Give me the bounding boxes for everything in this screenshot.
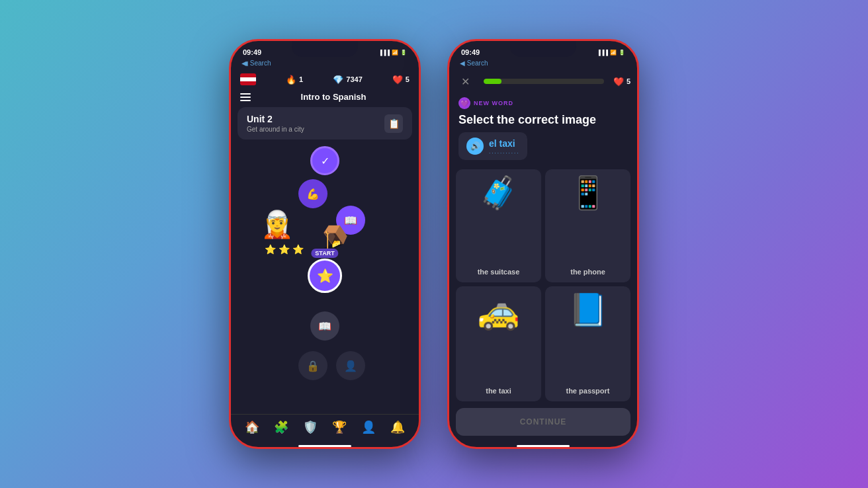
gem-icon: 💎 bbox=[333, 75, 343, 85]
close-button[interactable]: ✕ bbox=[456, 72, 474, 91]
unit-title: Unit 2 bbox=[247, 114, 304, 124]
phone-label: the phone bbox=[570, 268, 605, 276]
hearts-stat-right: ❤️ 5 bbox=[613, 77, 630, 87]
image-card-passport[interactable]: 📘 the passport bbox=[545, 286, 630, 402]
left-screen: 09:49 ▐▐▐ 📶 🔋 ◀ ◀ Search 🔥 1 💎 7347 bbox=[231, 41, 419, 447]
node-locked-book: 📖 bbox=[310, 311, 339, 341]
nav-bar-left: Intro to Spanish bbox=[231, 89, 419, 107]
notch-right bbox=[510, 41, 576, 57]
image-grid: 🧳 the suitcase 📱 the phone 🚕 the taxi 📘 … bbox=[449, 165, 637, 405]
node-start[interactable]: START ⭐ bbox=[308, 259, 342, 293]
bottom-nav-left: 🏠 🧩 🛡️ 🏆 👤 🔔 bbox=[231, 414, 419, 442]
star-3: ⭐ bbox=[292, 244, 304, 255]
word-content: el taxi ........... bbox=[489, 138, 519, 155]
new-word-text: NEW WORD bbox=[474, 100, 513, 106]
image-card-taxi[interactable]: 🚕 the taxi bbox=[456, 286, 541, 402]
nav-puzzle[interactable]: 🧩 bbox=[274, 420, 288, 434]
streak-stat: 🔥 1 bbox=[286, 75, 303, 85]
stars: ⭐ ⭐ ⭐ bbox=[265, 244, 304, 255]
right-phone: 09:49 ▐▐▐ 📶 🔋 ◀ Search ✕ ❤️ 5 💜 bbox=[447, 39, 639, 449]
time-right: 09:49 bbox=[461, 48, 480, 56]
search-label-left: ◀ Search bbox=[243, 60, 271, 67]
back-search-right[interactable]: ◀ Search bbox=[449, 60, 637, 69]
hearts-stat-left: ❤️ 5 bbox=[392, 75, 410, 85]
heart-icon-left: ❤️ bbox=[392, 75, 403, 85]
nav-trophy[interactable]: 🏆 bbox=[332, 420, 347, 434]
word-card: 🔊 el taxi ........... bbox=[458, 132, 527, 160]
speaker-button[interactable]: 🔊 bbox=[466, 138, 484, 155]
new-word-icon: 💜 bbox=[458, 97, 470, 109]
unit-subtitle: Get around in a city bbox=[247, 126, 304, 133]
nav-bell[interactable]: 🔔 bbox=[390, 420, 405, 434]
path-area: ✓ 💪 📖 🧝 ⭐ ⭐ ⭐ 🪤 START ⭐ 📖 🔒 bbox=[231, 140, 419, 414]
nav-profile[interactable]: 👤 bbox=[361, 420, 376, 434]
phone-emoji: 📱 bbox=[568, 177, 608, 209]
wifi-icon: 📶 bbox=[392, 50, 398, 56]
signal-icon-right: ▐▐▐ bbox=[597, 50, 608, 56]
taxi-label: the taxi bbox=[486, 387, 511, 395]
gems-value: 7347 bbox=[346, 75, 362, 83]
star-2: ⭐ bbox=[279, 244, 290, 255]
image-card-suitcase[interactable]: 🧳 the suitcase bbox=[456, 169, 541, 282]
suitcase-label: the suitcase bbox=[478, 268, 520, 276]
right-top-bar: ✕ ❤️ 5 bbox=[449, 69, 637, 93]
nav-title-left: Intro to Spanish bbox=[257, 92, 410, 102]
word-display: el taxi bbox=[489, 138, 519, 149]
top-bar-left: 🔥 1 💎 7347 ❤️ 5 bbox=[231, 69, 419, 89]
notch bbox=[292, 41, 358, 57]
fire-icon: 🔥 bbox=[286, 75, 296, 85]
streak-value: 1 bbox=[299, 75, 303, 83]
node-dumbbell[interactable]: 💪 bbox=[298, 179, 327, 208]
start-label: START bbox=[311, 249, 338, 258]
home-indicator-right bbox=[517, 445, 570, 447]
battery-icon: 🔋 bbox=[400, 50, 407, 56]
suitcase-emoji: 🧳 bbox=[479, 177, 519, 209]
question-title: Select the correct image bbox=[458, 113, 628, 127]
progress-bar-fill bbox=[484, 79, 501, 84]
passport-label: the passport bbox=[566, 387, 609, 395]
taxi-emoji: 🚕 bbox=[477, 294, 520, 329]
nav-home[interactable]: 🏠 bbox=[245, 420, 259, 434]
node-locked-2: 👤 bbox=[336, 351, 365, 380]
star-1: ⭐ bbox=[265, 244, 276, 255]
continue-button[interactable]: CONTINUE bbox=[456, 408, 630, 436]
flag-icon bbox=[240, 73, 256, 85]
hearts-value-left: 5 bbox=[406, 75, 410, 83]
passport-emoji: 📘 bbox=[568, 294, 608, 326]
status-icons-right: ▐▐▐ 📶 🔋 bbox=[597, 50, 625, 56]
new-word-badge: 💜 NEW WORD bbox=[458, 97, 628, 109]
node-done-1[interactable]: ✓ bbox=[310, 146, 339, 175]
left-phone: 09:49 ▐▐▐ 📶 🔋 ◀ ◀ Search 🔥 1 💎 7347 bbox=[229, 39, 421, 449]
unit-header: Unit 2 Get around in a city 📋 bbox=[238, 107, 412, 140]
hearts-value-right: 5 bbox=[627, 77, 630, 85]
unit-info: Unit 2 Get around in a city bbox=[247, 114, 304, 133]
continue-label: CONTINUE bbox=[520, 417, 567, 427]
question-header: 💜 NEW WORD Select the correct image 🔊 el… bbox=[449, 93, 637, 165]
heart-icon-right: ❤️ bbox=[613, 77, 624, 87]
right-screen: 09:49 ▐▐▐ 📶 🔋 ◀ Search ✕ ❤️ 5 💜 bbox=[449, 41, 637, 447]
node-locked-1: 🔒 bbox=[298, 351, 327, 380]
home-indicator-left bbox=[298, 445, 351, 447]
time-left: 09:49 bbox=[243, 48, 261, 56]
unit-icon[interactable]: 📋 bbox=[384, 114, 403, 133]
back-search-left[interactable]: ◀ ◀ Search bbox=[231, 60, 419, 69]
hamburger-icon[interactable] bbox=[240, 93, 251, 101]
nav-quest[interactable]: 🛡️ bbox=[303, 420, 318, 434]
progress-bar-container bbox=[484, 79, 604, 84]
word-dots: ........... bbox=[489, 149, 519, 155]
status-icons-left: ▐▐▐ 📶 🔋 bbox=[378, 50, 407, 56]
gems-stat: 💎 7347 bbox=[333, 75, 362, 85]
back-arrow-icon-right: ◀ Search bbox=[460, 60, 488, 67]
character: 🧝 bbox=[261, 209, 294, 240]
treasure-chest: 🪤 bbox=[322, 224, 349, 249]
image-card-phone[interactable]: 📱 the phone bbox=[545, 169, 630, 282]
wifi-icon-right: 📶 bbox=[610, 50, 617, 56]
battery-icon-right: 🔋 bbox=[619, 50, 625, 56]
signal-icon: ▐▐▐ bbox=[378, 50, 390, 56]
